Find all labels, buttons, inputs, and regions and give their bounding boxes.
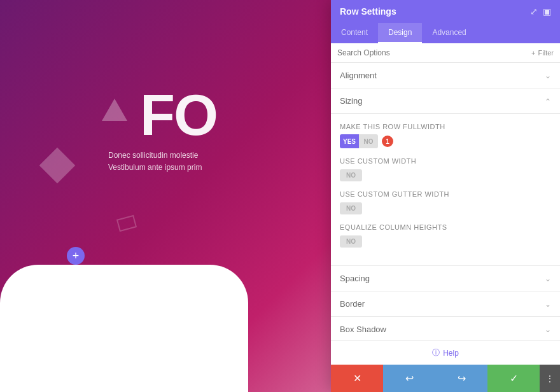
help-icon: ⓘ — [432, 347, 440, 358]
redo-icon: ↪ — [458, 372, 466, 384]
modal-header: Row Settings ⤢ ▣ — [331, 0, 560, 23]
tab-content[interactable]: Content — [331, 23, 378, 43]
equalize-heights-label: Equalize Column Heights — [340, 223, 551, 231]
modal-title: Row Settings — [340, 6, 396, 17]
section-box-shadow-title: Box Shadow — [340, 325, 386, 334]
equalize-heights-toggle-row: Equalize Column Heights NO — [340, 223, 551, 248]
rect-shape — [116, 215, 137, 232]
save-icon: ✓ — [510, 372, 518, 384]
add-module-left-button[interactable]: + — [67, 247, 85, 265]
modal-tabs: Content Design Advanced — [331, 23, 560, 43]
section-border[interactable]: Border ⌄ — [331, 291, 560, 317]
action-bar: ✕ ↩ ↪ ✓ ⋮ — [331, 365, 560, 392]
tab-advanced[interactable]: Advanced — [422, 23, 476, 43]
cancel-icon: ✕ — [353, 372, 361, 384]
modal-body: Alignment ⌄ Sizing ⌄ Make This Row Fullw… — [331, 63, 560, 340]
custom-gutter-toggle[interactable]: NO — [340, 202, 362, 214]
hero-subtext: Donec sollicitudin molestie Vestibulum a… — [108, 150, 202, 174]
chevron-up-icon: ⌄ — [545, 97, 551, 106]
section-sizing-header[interactable]: Sizing ⌄ — [331, 88, 560, 114]
filter-icon: + — [531, 49, 535, 57]
toggle-no-option[interactable]: NO — [359, 134, 378, 148]
help-link[interactable]: ⓘ Help — [432, 347, 459, 358]
filter-label: Filter — [538, 49, 554, 57]
custom-gutter-toggle-row: Use Custom Gutter Width NO — [340, 190, 551, 214]
custom-width-toggle-row: Use Custom Width NO — [340, 157, 551, 181]
undo-icon: ↩ — [405, 372, 414, 384]
search-bar: + Filter — [331, 43, 560, 63]
row-settings-modal: Row Settings ⤢ ▣ Content Design Advanced… — [331, 0, 560, 392]
chevron-down-icon-shadow: ⌄ — [545, 325, 551, 334]
section-sizing-title: Sizing — [340, 96, 362, 106]
cancel-button[interactable]: ✕ — [331, 365, 383, 392]
custom-width-label: Use Custom Width — [340, 157, 551, 165]
modal-footer: ⓘ Help — [331, 340, 560, 365]
section-alignment[interactable]: Alignment ⌄ — [331, 63, 560, 88]
resize-icon[interactable]: ⤢ — [530, 6, 538, 17]
undo-button[interactable]: ↩ — [383, 365, 435, 392]
toggle-yes-option[interactable]: YES — [340, 134, 359, 148]
tab-design[interactable]: Design — [378, 23, 422, 43]
diamond-shape — [39, 148, 76, 184]
fullwidth-toggle-row: Make This Row Fullwidth YES NO 1 — [340, 123, 551, 148]
more-button[interactable]: ⋮ — [540, 365, 560, 392]
triangle-shape-1 — [102, 99, 127, 121]
modal-header-icons: ⤢ ▣ — [530, 6, 551, 17]
custom-width-toggle[interactable]: NO — [340, 169, 362, 181]
help-label: Help — [443, 349, 459, 358]
white-bottom-area — [0, 265, 248, 392]
section-sizing-content: Make This Row Fullwidth YES NO 1 Use Cus… — [331, 114, 560, 266]
redo-button[interactable]: ↪ — [435, 365, 487, 392]
badge-1: 1 — [382, 136, 393, 147]
chevron-down-icon-border: ⌄ — [545, 300, 551, 309]
layout-icon[interactable]: ▣ — [543, 6, 551, 17]
search-input[interactable] — [337, 48, 531, 57]
filter-button[interactable]: + Filter — [531, 49, 554, 57]
chevron-down-icon: ⌄ — [545, 71, 551, 80]
save-button[interactable]: ✓ — [487, 365, 540, 392]
fullwidth-toggle[interactable]: YES NO — [340, 134, 378, 148]
section-box-shadow[interactable]: Box Shadow ⌄ — [331, 317, 560, 340]
equalize-heights-toggle[interactable]: NO — [340, 235, 362, 248]
custom-gutter-label: Use Custom Gutter Width — [340, 190, 551, 198]
fullwidth-label: Make This Row Fullwidth — [340, 123, 551, 130]
hero-text: FO — [140, 83, 217, 148]
section-border-title: Border — [340, 299, 365, 309]
section-alignment-title: Alignment — [340, 71, 377, 80]
section-spacing-title: Spacing — [340, 274, 370, 283]
section-spacing[interactable]: Spacing ⌄ — [331, 266, 560, 291]
chevron-down-icon-spacing: ⌄ — [545, 274, 551, 283]
more-icon: ⋮ — [546, 374, 554, 383]
